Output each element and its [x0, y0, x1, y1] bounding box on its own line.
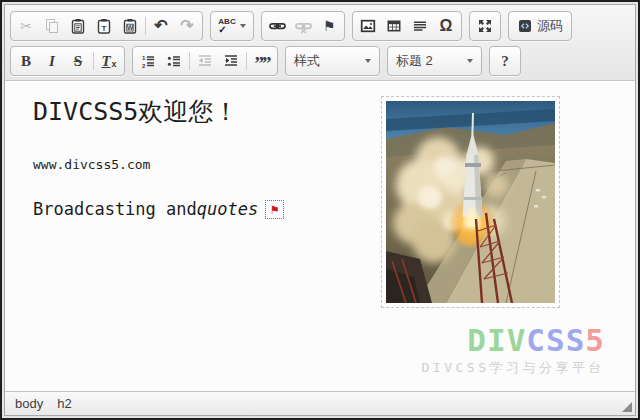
bold-button[interactable]: B [13, 48, 39, 74]
about-button[interactable]: ? [492, 48, 518, 74]
resize-handle[interactable] [622, 402, 632, 412]
paste-text-icon: T [96, 18, 112, 34]
cut-button[interactable]: ✂ [13, 13, 39, 39]
source-code-icon [517, 18, 533, 34]
redo-button[interactable]: ↷ [174, 13, 200, 39]
svg-text:W: W [127, 24, 134, 31]
chevron-down-icon [240, 24, 246, 28]
breadcrumb-h2[interactable]: h2 [57, 396, 71, 411]
undo-icon: ↶ [154, 18, 167, 34]
spellcheck-group: ABC ✓ [210, 11, 254, 41]
source-button-label: 源码 [537, 17, 563, 35]
styles-dropdown-group: 样式 [285, 46, 380, 76]
blockquote-icon: ”” [255, 52, 270, 69]
remove-format-button[interactable]: Tx [96, 48, 122, 74]
svg-text:1: 1 [142, 55, 146, 61]
paragraph-group: 12 ”” [132, 46, 278, 76]
ckeditor: ✂ T W ↶ ↷ [4, 4, 636, 416]
bulleted-list-icon [166, 53, 182, 69]
anchor-flag-icon: ⚑ [323, 19, 336, 33]
maximize-group [469, 11, 501, 41]
source-group: 源码 [508, 11, 572, 41]
rocket-image[interactable] [381, 96, 560, 308]
toolbar-row-1: ✂ T W ↶ ↷ [10, 11, 630, 41]
paragraph-text: Broadcasting and [33, 199, 197, 219]
basicstyles-group: B I S Tx [10, 46, 125, 76]
paste-word-icon: W [122, 18, 138, 34]
horizontal-rule-button[interactable] [407, 13, 433, 39]
italic-button[interactable]: I [39, 48, 65, 74]
paste-button[interactable] [65, 13, 91, 39]
toolbar: ✂ T W ↶ ↷ [5, 5, 635, 81]
format-dropdown-label: 标题 2 [396, 52, 433, 70]
remove-format-icon: T [101, 53, 110, 70]
link-icon [269, 18, 286, 34]
watermark-tagline: DIVCSS学习与分享平台 [422, 359, 605, 377]
table-icon [386, 18, 402, 34]
table-button[interactable] [381, 13, 407, 39]
unlink-button[interactable] [290, 13, 316, 39]
cut-icon: ✂ [20, 19, 32, 33]
blockquote-button[interactable]: ”” [249, 48, 275, 74]
svg-text:2: 2 [142, 63, 146, 69]
format-dropdown[interactable]: 标题 2 [390, 48, 479, 74]
undo-button[interactable]: ↶ [148, 13, 174, 39]
styles-dropdown-label: 样式 [294, 52, 320, 70]
svg-text:T: T [102, 24, 107, 33]
horizontal-rule-icon [412, 18, 428, 34]
copy-icon [44, 18, 60, 34]
image-icon [360, 18, 376, 34]
question-mark-icon: ? [501, 53, 509, 70]
special-char-button[interactable]: Ω [433, 13, 459, 39]
element-path-bar: body h2 [5, 391, 635, 415]
separator [145, 17, 146, 35]
source-button[interactable]: 源码 [511, 13, 569, 39]
bold-icon: B [21, 53, 31, 70]
editor-window: ✂ T W ↶ ↷ [0, 0, 640, 420]
paste-as-text-button[interactable]: T [91, 13, 117, 39]
watermark: DIVCSS5 DIVCSS学习与分享平台 [422, 325, 605, 377]
copy-button[interactable] [39, 13, 65, 39]
strikethrough-icon: S [74, 53, 82, 70]
italic-icon: I [49, 53, 55, 70]
format-dropdown-group: 标题 2 [387, 46, 482, 76]
maximize-button[interactable] [472, 13, 498, 39]
maximize-icon [477, 18, 493, 34]
chevron-down-icon [365, 59, 371, 63]
breadcrumb-body[interactable]: body [15, 396, 43, 411]
numbered-list-icon: 12 [140, 53, 156, 69]
link-button[interactable] [264, 13, 290, 39]
indent-button[interactable] [218, 48, 244, 74]
spellcheck-button[interactable]: ABC ✓ [213, 13, 251, 39]
italic-word: quotes [197, 199, 258, 219]
watermark-logo: DIVCSS5 [422, 325, 605, 356]
toolbar-row-2: B I S Tx 12 [10, 46, 630, 76]
omega-icon: Ω [440, 18, 453, 34]
separator [93, 52, 94, 70]
separator [246, 52, 247, 70]
outdent-icon [197, 53, 213, 69]
separator [189, 52, 190, 70]
about-group: ? [489, 46, 521, 76]
anchor-flag-element[interactable]: ⚑ [265, 200, 284, 219]
rocket-launch-photo [386, 101, 555, 303]
clipboard-group: ✂ T W ↶ ↷ [10, 11, 203, 41]
numbered-list-button[interactable]: 12 [135, 48, 161, 74]
anchor-button[interactable]: ⚑ [316, 13, 342, 39]
editing-area[interactable]: DIVCSS5欢迎您！ www.divcss5.com Broadcasting… [5, 81, 635, 391]
unlink-icon [295, 18, 312, 34]
link-group: ⚑ [261, 11, 345, 41]
bulleted-list-button[interactable] [161, 48, 187, 74]
paste-icon [70, 18, 86, 34]
chevron-down-icon [467, 59, 473, 63]
spellcheck-icon: ABC ✓ [218, 18, 235, 35]
insert-group: Ω [352, 11, 462, 41]
redo-icon: ↷ [180, 18, 193, 34]
outdent-button[interactable] [192, 48, 218, 74]
strikethrough-button[interactable]: S [65, 48, 91, 74]
indent-icon [223, 53, 239, 69]
paste-from-word-button[interactable]: W [117, 13, 143, 39]
image-button[interactable] [355, 13, 381, 39]
styles-dropdown[interactable]: 样式 [288, 48, 377, 74]
